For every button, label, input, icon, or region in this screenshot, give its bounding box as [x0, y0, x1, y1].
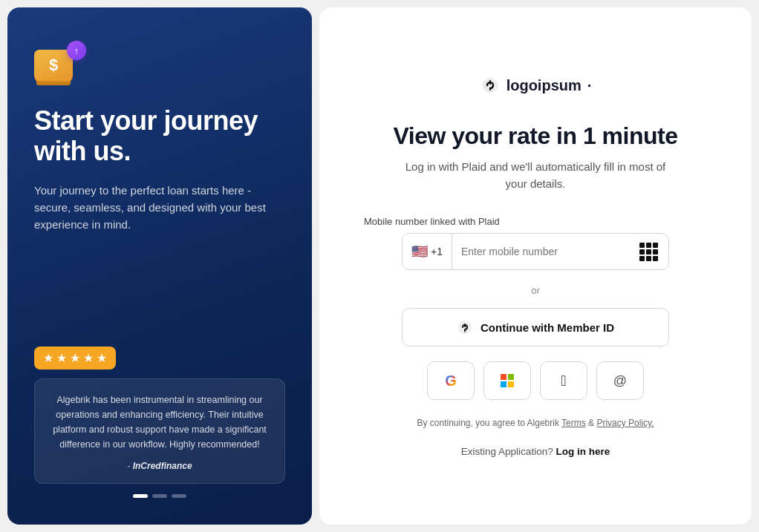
testimonial-box: Algebrik has been instrumental in stream… [34, 378, 285, 484]
testimonial-author: - InCredfinance [50, 461, 270, 471]
country-code: +1 [431, 246, 443, 257]
form-subtitle: Log in with Plaid and we'll automaticall… [402, 159, 669, 192]
plaid-grid-icon [639, 243, 658, 261]
testimonial-section: ★ ★ ★ ★ ★ Algebrik has been instrumental… [34, 347, 285, 498]
email-button[interactable]: @ [596, 361, 644, 400]
terms-text: By continuing, you agree to Algebrik Ter… [417, 418, 654, 428]
form-title: View your rate in 1 minute [394, 122, 678, 150]
microsoft-button[interactable] [483, 361, 531, 400]
logo-icon [480, 75, 501, 96]
country-code-selector[interactable]: 🇺🇸 +1 [403, 234, 452, 269]
pagination-dots [34, 494, 285, 498]
apple-icon:  [561, 372, 566, 390]
logo-superscript: · [587, 77, 592, 94]
money-icon: $ ↑ [34, 43, 88, 88]
sub-heading: Your journey to the perfect loan starts … [34, 182, 285, 234]
phone-input[interactable] [452, 234, 629, 269]
member-logo-icon [457, 319, 473, 335]
privacy-link[interactable]: Privacy Policy. [596, 418, 654, 428]
logo-row: logoipsum· [480, 75, 592, 96]
phone-label: Mobile number linked with Plaid [364, 216, 631, 227]
dot-1 [133, 494, 148, 498]
us-flag: 🇺🇸 [411, 243, 428, 260]
dot-3 [172, 494, 186, 498]
google-icon: G [445, 372, 457, 390]
phone-input-row: 🇺🇸 +1 [402, 233, 669, 270]
member-id-label: Continue with Member ID [481, 321, 614, 334]
left-panel: $ ↑ Start your journey with us. Your jou… [7, 7, 312, 525]
plaid-icon-button[interactable] [629, 234, 668, 269]
login-link[interactable]: Log in here [556, 446, 610, 457]
testimonial-brand: InCredfinance [133, 461, 192, 471]
terms-link[interactable]: Terms [561, 418, 586, 428]
apple-button[interactable]:  [540, 361, 587, 400]
star-3: ★ [70, 351, 80, 365]
google-button[interactable]: G [427, 361, 475, 400]
microsoft-icon [501, 374, 514, 387]
main-heading: Start your journey with us. [34, 105, 285, 167]
or-divider: or [531, 285, 540, 296]
right-panel: logoipsum· View your rate in 1 minute Lo… [319, 7, 752, 525]
star-1: ★ [43, 351, 53, 365]
email-icon: @ [613, 373, 627, 389]
form-fields-wrapper: Mobile number linked with Plaid 🇺🇸 +1 [364, 216, 707, 457]
dot-2 [152, 494, 167, 498]
star-5: ★ [97, 351, 107, 365]
member-id-button[interactable]: Continue with Member ID [402, 308, 669, 347]
stars-container: ★ ★ ★ ★ ★ [34, 347, 116, 370]
social-buttons-row: G  @ [402, 361, 669, 400]
terms-ampersand: & [586, 418, 597, 428]
terms-prefix: By continuing, you agree to Algebrik [417, 418, 561, 428]
star-4: ★ [83, 351, 94, 365]
existing-app-prefix: Existing Application? [461, 446, 556, 457]
testimonial-text: Algebrik has been instrumental in stream… [50, 393, 270, 452]
existing-app-text: Existing Application? Log in here [461, 446, 610, 457]
star-2: ★ [56, 351, 67, 365]
logo-text: logoipsum [506, 77, 582, 94]
